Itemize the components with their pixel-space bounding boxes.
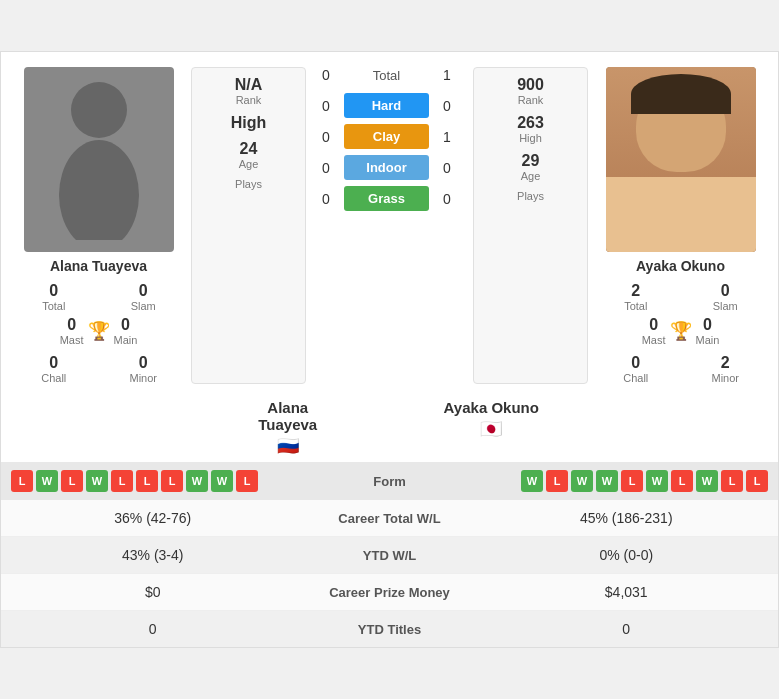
left-player-name-center: Alana Tuayeva 🇷🇺 [186, 399, 390, 457]
form-badge-l: L [621, 470, 643, 492]
right-chall-value: 0 [593, 354, 679, 372]
right-plays-stat: Plays [517, 190, 544, 202]
stats-row-right-1: 0% (0-0) [490, 547, 764, 563]
left-bottom-stats: 0 Chall 0 Minor [11, 354, 186, 384]
right-player-face [606, 67, 756, 252]
right-player-name-center: Ayaka Okuno 🇯🇵 [390, 399, 594, 457]
stats-row-left-0: 36% (42-76) [16, 510, 290, 526]
face-circle [636, 82, 726, 172]
right-chall-stat: 0 Chall [593, 354, 679, 384]
left-high-value: High [231, 114, 267, 132]
form-badge-w: W [36, 470, 58, 492]
right-trophy-icon: 🏆 [670, 320, 692, 342]
right-slam-label: Slam [683, 300, 769, 312]
form-badge-l: L [721, 470, 743, 492]
left-trophy-row: 0 Mast 🏆 0 Main [60, 316, 138, 346]
left-name-header [11, 399, 186, 457]
left-player-card: Alana Tuayeva 0 Total 0 Slam 0 Mast 🏆 [11, 67, 186, 384]
form-badge-l: L [111, 470, 133, 492]
stats-row-left-2: $0 [16, 584, 290, 600]
right-total-label: Total [593, 300, 679, 312]
left-form-badges: LWLWLLLWWL [11, 470, 342, 492]
right-player-card: Ayaka Okuno 2 Total 0 Slam 0 Mast 🏆 0 [593, 67, 768, 384]
clay-row: 0 Clay 1 [316, 124, 463, 149]
right-mast-value: 0 [642, 316, 666, 334]
left-minor-stat: 0 Minor [101, 354, 187, 384]
form-badge-w: W [596, 470, 618, 492]
left-stats-grid: 0 Total 0 Slam [11, 282, 186, 312]
grass-row: 0 Grass 0 [316, 186, 463, 211]
left-mast-value: 0 [60, 316, 84, 334]
left-player-name: Alana Tuayeva [50, 258, 147, 274]
form-badge-w: W [86, 470, 108, 492]
left-age-value: 24 [239, 140, 259, 158]
left-rank-value: N/A [235, 76, 263, 94]
left-high-stat: High [231, 114, 267, 132]
career-stats-row-3: 0YTD Titles0 [1, 611, 778, 647]
hard-row: 0 Hard 0 [316, 93, 463, 118]
form-label: Form [350, 474, 430, 489]
form-badge-l: L [136, 470, 158, 492]
right-chall-label: Chall [593, 372, 679, 384]
total-row: 0 Total 1 [316, 67, 463, 83]
left-chall-value: 0 [11, 354, 97, 372]
left-mast-label: Mast [60, 334, 84, 346]
right-total-value: 2 [593, 282, 679, 300]
right-plays-label: Plays [517, 190, 544, 202]
left-minor-value: 0 [101, 354, 187, 372]
left-slam-stat: 0 Slam [101, 282, 187, 312]
career-stats-row-0: 36% (42-76)Career Total W/L45% (186-231) [1, 500, 778, 537]
left-total-stat: 0 Total [11, 282, 97, 312]
right-name-header [593, 399, 768, 457]
stats-row-left-1: 43% (3-4) [16, 547, 290, 563]
grass-left-score: 0 [316, 191, 336, 207]
right-stats-grid: 2 Total 0 Slam [593, 282, 768, 312]
left-middle-panel: N/A Rank High 24 Age Plays [191, 67, 306, 384]
career-stats-row-2: $0Career Prize Money$4,031 [1, 574, 778, 611]
form-badge-l: L [546, 470, 568, 492]
clay-right-score: 1 [437, 129, 457, 145]
form-badge-w: W [186, 470, 208, 492]
left-plays-stat: Plays [235, 178, 262, 190]
court-section: 0 Total 1 0 Hard 0 0 Clay 1 0 Indoor 0 [311, 67, 468, 384]
form-badge-l: L [161, 470, 183, 492]
body-shape [606, 177, 756, 252]
total-left-score: 0 [316, 67, 336, 83]
form-badge-w: W [696, 470, 718, 492]
right-minor-stat: 2 Minor [683, 354, 769, 384]
right-minor-label: Minor [683, 372, 769, 384]
right-mast-label: Mast [642, 334, 666, 346]
form-badge-w: W [521, 470, 543, 492]
left-plays-label: Plays [235, 178, 262, 190]
hard-right-score: 0 [437, 98, 457, 114]
left-player-photo [24, 67, 174, 252]
stats-row-right-2: $4,031 [490, 584, 764, 600]
right-trophy-row: 0 Mast 🏆 0 Main [642, 316, 720, 346]
left-total-label: Total [11, 300, 97, 312]
right-slam-value: 0 [683, 282, 769, 300]
main-container: Alana Tuayeva 0 Total 0 Slam 0 Mast 🏆 [0, 51, 779, 648]
form-badge-l: L [61, 470, 83, 492]
stats-row-right-0: 45% (186-231) [490, 510, 764, 526]
clay-badge: Clay [344, 124, 429, 149]
right-main-label: Main [696, 334, 720, 346]
svg-point-1 [59, 140, 139, 240]
right-middle-panel: 900 Rank 263 High 29 Age Plays [473, 67, 588, 384]
stats-row-label-1: YTD W/L [290, 548, 490, 563]
right-main-value: 0 [696, 316, 720, 334]
right-high-label: High [517, 132, 544, 144]
right-mast-stat: 0 Mast [642, 316, 666, 346]
right-rank-label: Rank [517, 94, 544, 106]
form-badge-w: W [571, 470, 593, 492]
right-age-label: Age [521, 170, 541, 182]
left-main-stat: 0 Main [114, 316, 138, 346]
left-mast-stat: 0 Mast [60, 316, 84, 346]
grass-badge: Grass [344, 186, 429, 211]
left-flag: 🇷🇺 [186, 435, 390, 457]
left-minor-label: Minor [101, 372, 187, 384]
grass-right-score: 0 [437, 191, 457, 207]
indoor-row: 0 Indoor 0 [316, 155, 463, 180]
left-total-value: 0 [11, 282, 97, 300]
left-chall-stat: 0 Chall [11, 354, 97, 384]
right-age-stat: 29 Age [521, 152, 541, 182]
